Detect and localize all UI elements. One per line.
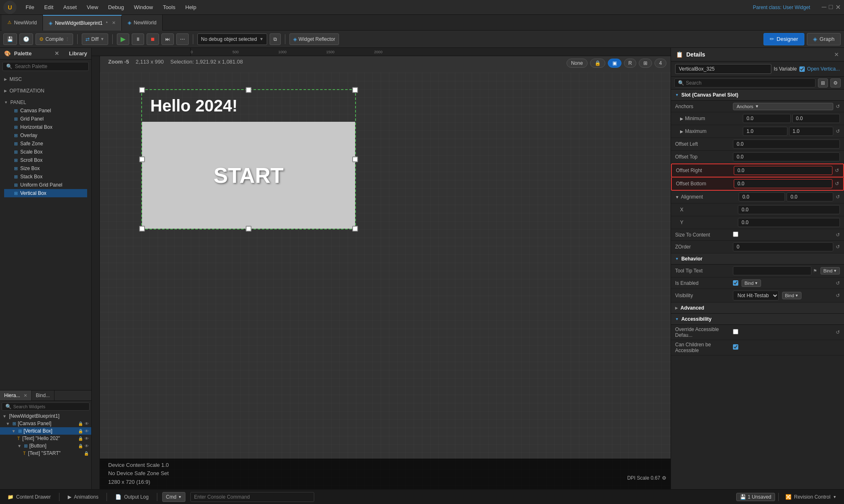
copy-debug-button[interactable]: ⧉ [270, 33, 281, 45]
animations-button[interactable]: ▶ Animations [64, 492, 102, 502]
maximum-x-input[interactable] [743, 127, 787, 136]
details-view-button[interactable]: ⊞ [818, 78, 828, 88]
hier-item-canvas-panel[interactable]: ▼ ⊞ [Canvas Panel] 🔒 👁 [0, 420, 91, 427]
zorder-reset[interactable]: ↺ [836, 244, 840, 250]
console-command-input[interactable] [190, 492, 314, 502]
lock-button[interactable]: 🔒 [590, 59, 605, 68]
is-variable-checkbox[interactable] [799, 66, 805, 72]
palette-item-grid-panel[interactable]: ⊞ Grid Panel [4, 115, 87, 123]
hier-item-blueprint[interactable]: ▼ [NewWidgetBlueprint1] [0, 412, 91, 420]
override-accessible-checkbox[interactable] [733, 329, 738, 334]
menu-help[interactable]: Help [181, 2, 201, 12]
handle-mid-right[interactable] [352, 156, 358, 162]
diff-button[interactable]: ⇄ Diff ▼ [82, 33, 108, 45]
palette-item-canvas-panel[interactable]: ⊞ Canvas Panel [4, 106, 87, 115]
details-scroll[interactable]: ▼ Slot (Canvas Panel Slot) Anchors Ancho… [671, 90, 844, 489]
alignment-y-input[interactable] [787, 192, 833, 201]
handle-bottom-right[interactable] [352, 226, 358, 232]
play-button[interactable]: ▶ [117, 33, 129, 45]
zorder-input[interactable] [733, 242, 833, 251]
skip-button[interactable]: ⏭ [161, 33, 174, 45]
misc-section-header[interactable]: ▶ MISC [4, 75, 87, 83]
hier-item-text-hello[interactable]: T [Text] "Hello 202" 🔒 👁 [0, 435, 91, 442]
hierarchy-search-input[interactable] [13, 404, 86, 409]
advanced-section-header[interactable]: ▶ Advanced [671, 303, 844, 314]
debug-object-select[interactable]: No debug object selected ▼ [197, 33, 267, 45]
menu-edit[interactable]: Edit [40, 2, 57, 12]
save-button[interactable]: 💾 [3, 33, 17, 45]
size-to-content-checkbox[interactable] [733, 232, 738, 237]
alignment-y-single-input[interactable] [738, 218, 840, 227]
maximum-reset[interactable]: ↺ [836, 128, 840, 134]
tab-new-widget-blueprint[interactable]: ◈ NewWidgetBlueprint1 * ✕ [43, 15, 122, 31]
compile-button[interactable]: ⚙ Compile ⋮ [36, 33, 73, 45]
visibility-select[interactable]: Not Hit-Testab [733, 291, 779, 301]
offset-bottom-input[interactable] [734, 179, 832, 188]
bind-tab[interactable]: Bind... [32, 390, 55, 400]
hier-item-text-start[interactable]: T [Text] "START" 🔒 [0, 450, 91, 457]
offset-bottom-reset[interactable]: ↺ [835, 181, 839, 187]
palette-item-scroll-box[interactable]: ⊞ Scroll Box [4, 156, 87, 164]
maximum-y-input[interactable] [789, 127, 834, 136]
r-badge[interactable]: R [624, 59, 637, 68]
details-search-input[interactable] [686, 80, 812, 86]
hierarchy-tab-close[interactable]: ✕ [24, 393, 27, 398]
designer-button[interactable]: ✏ Designer [763, 33, 804, 45]
offset-right-reset[interactable]: ↺ [835, 168, 839, 173]
cmd-select[interactable]: Cmd ▼ [162, 492, 185, 502]
menu-file[interactable]: File [21, 2, 38, 12]
visibility-bind-button[interactable]: Bind ▼ [782, 292, 801, 299]
palette-item-vertical-box[interactable]: ⊞ Vertical Box [4, 189, 87, 197]
hierarchy-tab[interactable]: Hiera... ✕ [0, 390, 32, 400]
pause-button[interactable]: ⏸ [132, 33, 144, 45]
tab-new-world-2[interactable]: ◈ NewWorld [122, 15, 163, 31]
anchors-reset[interactable]: ↺ [836, 104, 840, 109]
is-enabled-reset[interactable]: ↺ [836, 280, 840, 286]
window-minimize[interactable]: ─ [822, 3, 826, 11]
details-close[interactable]: ✕ [834, 51, 839, 58]
palette-search-input[interactable] [15, 64, 85, 69]
behavior-section-header[interactable]: ▼ Behavior [671, 253, 844, 265]
accessibility-section-header[interactable]: ▼ Accessibility [671, 314, 844, 325]
offset-right-input[interactable] [734, 166, 832, 175]
menu-debug[interactable]: Debug [104, 2, 128, 12]
handle-top-right[interactable] [352, 87, 358, 93]
is-enabled-checkbox[interactable] [733, 280, 738, 286]
tab-new-world-1[interactable]: ⚠ NewWorld [2, 15, 43, 31]
handle-top-left[interactable] [139, 87, 145, 93]
handle-bottom-mid[interactable] [246, 226, 251, 232]
window-maximize[interactable]: □ [829, 3, 833, 11]
palette-item-overlay[interactable]: ⊞ Overlay [4, 131, 87, 140]
size-to-content-reset[interactable]: ↺ [836, 232, 840, 238]
handle-mid-left[interactable] [139, 156, 145, 162]
fill-button[interactable]: ▣ [608, 59, 621, 68]
graph-button[interactable]: ◈ Graph [807, 33, 841, 45]
unsaved-badge[interactable]: 💾 1 Unsaved [736, 493, 775, 501]
palette-item-horizontal-box[interactable]: ⊞ Horizontal Box [4, 123, 87, 131]
menu-asset[interactable]: Asset [59, 2, 81, 12]
canvas-content[interactable]: Zoom -5 2,113 x 990 Selection: 1,921.92 … [100, 56, 671, 489]
open-vertical-link[interactable]: Open Vertica... [807, 66, 840, 72]
revision-control-button[interactable]: 🔀 Revision Control ▼ [782, 492, 840, 502]
slot-section-header[interactable]: ▼ Slot (Canvas Panel Slot) [671, 90, 844, 101]
content-drawer-button[interactable]: 📁 Content Drawer [4, 492, 54, 502]
stop-button[interactable]: ⏹ [147, 33, 159, 45]
history-button[interactable]: 🕐 [19, 33, 33, 45]
alignment-x-input[interactable] [739, 192, 785, 201]
palette-close[interactable]: ✕ [55, 50, 59, 57]
widget-reflector-button[interactable]: ◈ Widget Reflector [289, 33, 339, 45]
menu-window[interactable]: Window [130, 2, 157, 12]
palette-item-scale-box[interactable]: ⊞ Scale Box [4, 148, 87, 156]
handle-bottom-left[interactable] [139, 226, 145, 232]
optimization-section-header[interactable]: ▶ OPTIMIZATION [4, 87, 87, 95]
library-tab[interactable]: Library [69, 50, 87, 57]
alignment-reset[interactable]: ↺ [836, 194, 840, 200]
alignment-x-single-input[interactable] [738, 205, 840, 214]
offset-top-input[interactable] [733, 152, 840, 161]
palette-item-size-box[interactable]: ⊞ Size Box [4, 164, 87, 173]
tab-close-2[interactable]: ✕ [112, 20, 116, 26]
minimum-y-input[interactable] [792, 114, 840, 123]
grid-button[interactable]: ⊞ [639, 59, 652, 68]
output-log-button[interactable]: 📄 Output Log [112, 492, 152, 502]
tooltip-bind-button[interactable]: Bind ▼ [820, 267, 840, 274]
